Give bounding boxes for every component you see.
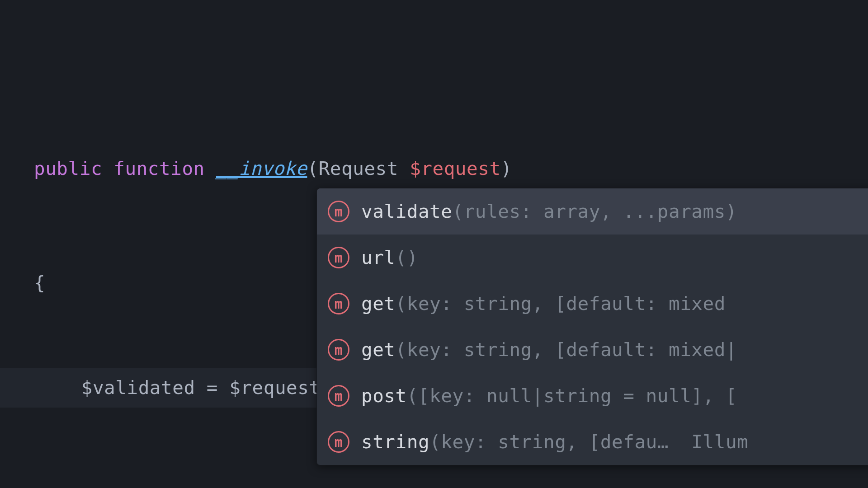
- ac-method-name: string: [361, 431, 429, 453]
- type-hint: Request: [319, 158, 398, 179]
- ac-method-params: (rules: array, ...params): [452, 201, 737, 222]
- ac-method-params: (key: string, [defau… Illum: [429, 431, 748, 453]
- keyword-public: public: [34, 158, 102, 179]
- autocomplete-item[interactable]: m post([key: null|string = null], [: [317, 373, 868, 419]
- keyword-function: function: [113, 158, 204, 179]
- brace-open: {: [34, 272, 45, 294]
- parameter-var: $request: [410, 158, 500, 179]
- method-icon: m: [328, 201, 349, 222]
- ac-method-params: (): [396, 247, 418, 268]
- ac-method-params: ([key: null|string = null], [: [407, 385, 737, 407]
- variable: $validated: [81, 377, 195, 399]
- autocomplete-item[interactable]: m get(key: string, [default: mixed|: [317, 327, 868, 373]
- function-name: __invoke: [216, 158, 307, 179]
- code-line: [0, 65, 868, 74]
- method-icon: m: [328, 339, 349, 361]
- autocomplete-item[interactable]: m get(key: string, [default: mixed: [317, 281, 868, 327]
- autocomplete-item[interactable]: m url(): [317, 235, 868, 281]
- method-icon: m: [328, 385, 349, 407]
- ac-method-name: url: [361, 247, 396, 268]
- ac-method-name: validate: [361, 201, 452, 222]
- variable: $request: [229, 377, 320, 399]
- autocomplete-item[interactable]: m string(key: string, [defau… Illum: [317, 419, 868, 465]
- ac-method-params: (key: string, [default: mixed|: [396, 339, 737, 361]
- method-icon: m: [328, 293, 349, 314]
- ac-method-name: get: [361, 293, 396, 314]
- ac-method-params: (key: string, [default: mixed: [396, 293, 737, 314]
- code-line-empty: [0, 473, 868, 488]
- ac-method-name: get: [361, 339, 396, 361]
- method-icon: m: [328, 247, 349, 268]
- ac-method-name: post: [361, 385, 407, 407]
- autocomplete-item[interactable]: m validate(rules: array, ...params): [317, 188, 868, 235]
- paren-open: (: [307, 158, 318, 179]
- method-icon: m: [328, 431, 349, 453]
- paren-close: ): [501, 158, 512, 179]
- assign-op: =: [195, 377, 230, 399]
- autocomplete-popup[interactable]: m validate(rules: array, ...params) m ur…: [316, 188, 868, 465]
